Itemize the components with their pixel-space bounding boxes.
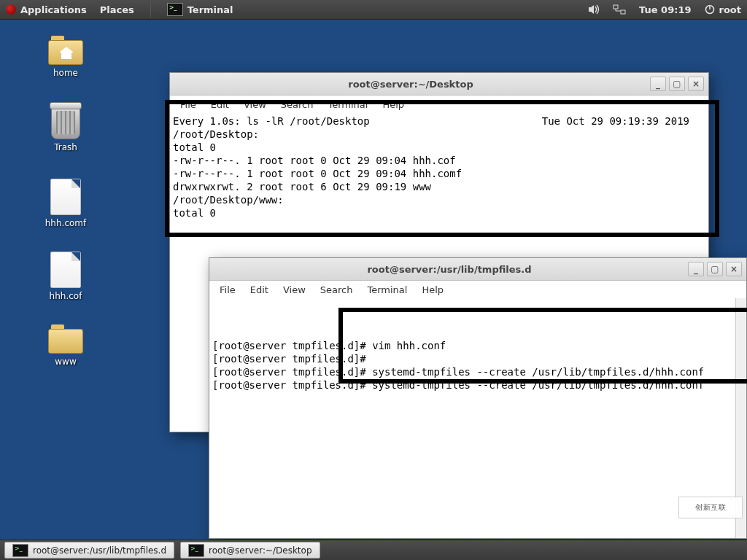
menu-file[interactable]: File	[180, 99, 196, 110]
minimize-button[interactable]: _	[650, 77, 666, 91]
bottom-panel: root@server:/usr/lib/tmpfiles.d root@ser…	[0, 540, 747, 560]
window-title: root@server:/usr/lib/tmpfiles.d	[214, 264, 685, 275]
terminal-line: /root/Desktop:	[173, 128, 705, 141]
places-label: Places	[100, 4, 134, 15]
menu-help[interactable]: Help	[422, 284, 444, 295]
running-app-label: Terminal	[187, 4, 233, 15]
menu-terminal[interactable]: Terminal	[367, 284, 407, 295]
menu-view[interactable]: View	[283, 284, 306, 295]
top-panel: Applications Places Terminal Tue 09:19	[0, 0, 747, 20]
terminal-icon	[188, 544, 204, 557]
watermark: 创新互联	[678, 497, 743, 518]
desktop-icon-label: www	[26, 357, 106, 367]
menu-terminal[interactable]: Terminal	[328, 99, 368, 110]
taskbar-label: root@server:/usr/lib/tmpfiles.d	[33, 545, 166, 556]
window-title: root@server:~/Desktop	[174, 79, 647, 90]
places-menu[interactable]: Places	[100, 4, 134, 15]
terminal-line: Every 1.0s: ls -lR /root/Desktop Tue Oct…	[173, 114, 705, 128]
close-button[interactable]: ×	[688, 77, 704, 91]
terminal-line: total 0	[173, 206, 705, 219]
desktop-icon-trash[interactable]: Trash	[26, 106, 106, 152]
desktop-icon-file-comf[interactable]: hhh.comf	[26, 179, 106, 228]
taskbar-label: root@server:~/Desktop	[209, 545, 311, 556]
desktop-icon-label: home	[26, 68, 106, 78]
close-button[interactable]: ×	[726, 262, 742, 276]
window-menubar: File Edit View Search Terminal Help	[170, 96, 708, 113]
network-indicator[interactable]	[613, 4, 626, 15]
user-menu[interactable]: root	[705, 4, 742, 15]
volume-indicator[interactable]	[588, 4, 600, 15]
terminal-window-tmpfiles[interactable]: root@server:/usr/lib/tmpfiles.d _ ▢ × Fi…	[209, 257, 747, 539]
terminal-line: total 0	[173, 141, 705, 154]
taskbar-button-desktop[interactable]: root@server:~/Desktop	[180, 542, 320, 559]
terminal-line: -rw-r--r--. 1 root root 0 Oct 29 09:04 h…	[173, 167, 705, 180]
clock[interactable]: Tue 09:19	[639, 4, 691, 15]
terminal-line: [root@server tmpfiles.d]# vim hhh.conf	[212, 339, 743, 352]
file-icon	[50, 179, 81, 215]
desktop-icon-label: hhh.cof	[26, 291, 106, 301]
terminal-line: /root/Desktop/www:	[173, 193, 705, 206]
menu-help[interactable]: Help	[382, 99, 404, 110]
running-app-indicator[interactable]: Terminal	[167, 3, 233, 16]
minimize-button[interactable]: _	[688, 262, 704, 276]
desktop[interactable]: home Trash hhh.comf hhh.cof www root@ser…	[0, 20, 747, 540]
power-icon	[705, 4, 715, 15]
desktop-icon-label: Trash	[26, 142, 106, 152]
network-icon	[613, 4, 626, 15]
file-icon	[50, 252, 81, 288]
watermark-text: 创新互联	[695, 502, 726, 513]
menu-edit[interactable]: Edit	[211, 99, 229, 110]
trash-icon	[51, 106, 80, 139]
window-titlebar[interactable]: root@server:~/Desktop _ ▢ ×	[170, 73, 708, 96]
user-label: root	[719, 4, 742, 15]
desktop-icon-home[interactable]: home	[26, 36, 106, 78]
applications-menu[interactable]: Applications	[6, 4, 87, 15]
desktop-icon-folder-www[interactable]: www	[26, 324, 106, 367]
menu-file[interactable]: File	[220, 284, 236, 295]
svg-rect-1	[621, 10, 625, 14]
folder-icon	[48, 324, 83, 354]
panel-separator	[150, 1, 151, 18]
terminal-line: [root@server tmpfiles.d]# systemd-tmpfil…	[212, 365, 743, 378]
speaker-icon	[588, 4, 600, 15]
redhat-icon	[6, 4, 16, 15]
terminal-line: drwxrwxrwt. 2 root root 6 Oct 29 09:19 w…	[173, 180, 705, 193]
desktop-icon-label: hhh.comf	[26, 218, 106, 228]
terminal-line: [root@server tmpfiles.d]# systemd-tmpfil…	[212, 378, 743, 392]
terminal-output[interactable]: [root@server tmpfiles.d]# vim hhh.conf[r…	[209, 298, 746, 538]
home-folder-icon	[48, 36, 83, 65]
menu-view[interactable]: View	[244, 99, 266, 110]
menu-search[interactable]: Search	[281, 99, 314, 110]
terminal-icon	[12, 544, 28, 557]
desktop-icon-file-cof[interactable]: hhh.cof	[26, 252, 106, 301]
window-titlebar[interactable]: root@server:/usr/lib/tmpfiles.d _ ▢ ×	[209, 258, 746, 281]
taskbar-button-tmpfiles[interactable]: root@server:/usr/lib/tmpfiles.d	[4, 542, 174, 559]
svg-rect-0	[614, 5, 618, 9]
terminal-line: [root@server tmpfiles.d]#	[212, 352, 743, 365]
window-menubar: File Edit View Search Terminal Help	[209, 281, 746, 298]
maximize-button[interactable]: ▢	[707, 262, 723, 276]
menu-search[interactable]: Search	[320, 284, 353, 295]
clock-label: Tue 09:19	[639, 4, 691, 15]
terminal-line: -rw-r--r--. 1 root root 0 Oct 29 09:04 h…	[173, 154, 705, 167]
applications-label: Applications	[20, 4, 87, 15]
menu-edit[interactable]: Edit	[250, 284, 268, 295]
terminal-icon	[167, 3, 183, 16]
maximize-button[interactable]: ▢	[669, 77, 685, 91]
